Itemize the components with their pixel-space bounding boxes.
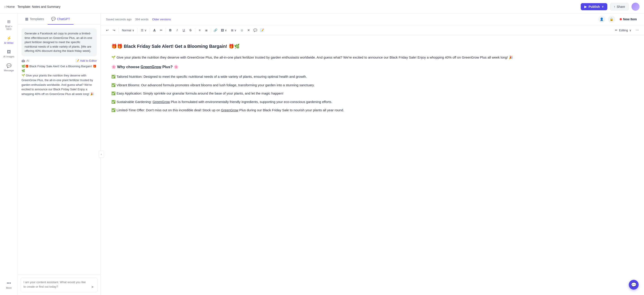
nav-item-ai-images[interactable]: 🖼 AI Images bbox=[1, 47, 16, 60]
ai-response-heading: 🌿🎁 Black Friday Sale Alert! Get a Bloomi… bbox=[22, 64, 97, 73]
toolbar-divider-3 bbox=[150, 28, 150, 32]
tab-chatgpt[interactable]: 💬 ChatGPT bbox=[48, 14, 74, 24]
content-item-3: ✅ Easy Application: Simply sprinkle our … bbox=[111, 90, 633, 96]
nav-item-brief-seo[interactable]: ⊞ Brief + SEO bbox=[1, 17, 16, 33]
content-item-2: ✅ Vibrant Blooms: Our advanced formula p… bbox=[111, 82, 633, 88]
chat-input-area: ➤ bbox=[18, 275, 100, 295]
ai-message: 🤖 AI 📝 Add to Editor 🌿🎁 Black Friday Sal… bbox=[22, 59, 97, 97]
strikethrough-button[interactable]: S bbox=[188, 27, 194, 33]
redo-button[interactable]: ↪ bbox=[111, 27, 117, 33]
support-chat-bubble[interactable]: 💬 bbox=[629, 280, 639, 290]
track-changes-button[interactable]: 📝 bbox=[259, 27, 265, 33]
image-dropdown[interactable]: 🖼 ∨ bbox=[219, 28, 229, 33]
nav-item-ai-writer[interactable]: ⚡ AI Writer bbox=[1, 33, 16, 46]
nav-item-more[interactable]: ••• More bbox=[1, 279, 16, 292]
home-label: Home bbox=[6, 5, 15, 8]
align-chevron-icon: ∨ bbox=[144, 29, 147, 32]
highlight-button[interactable]: ✏ bbox=[158, 27, 164, 33]
chat-area: Generate a Facebook ad copy to promote a… bbox=[18, 24, 100, 275]
content-section-heading: 🌸 Why choose GreenGrow Plus? 🌸 bbox=[111, 64, 633, 70]
nav-label-message: Message bbox=[4, 69, 14, 72]
toolbar-divider-2 bbox=[138, 28, 138, 32]
link-button[interactable]: 🔗 bbox=[212, 27, 219, 33]
person-add-icon: 👤 bbox=[600, 17, 604, 21]
ordered-list-button[interactable]: ≣ bbox=[203, 27, 210, 33]
chat-input[interactable] bbox=[24, 280, 88, 290]
bullet-list-icon: ≡ bbox=[199, 28, 200, 32]
add-collaborator-button[interactable]: 👤 bbox=[598, 16, 605, 23]
add-to-editor-icon: 📝 bbox=[76, 59, 79, 62]
text-style-dropdown[interactable]: Normal ∨ bbox=[120, 28, 136, 33]
editing-mode-dropdown[interactable]: ✏ Editing ∨ bbox=[613, 27, 634, 33]
pencil-icon: ✏ bbox=[615, 28, 618, 32]
emoji-icon: ☺ bbox=[240, 28, 244, 32]
avatar[interactable] bbox=[632, 3, 640, 11]
tab-templates[interactable]: ▦ Templates bbox=[22, 14, 48, 24]
ai-writer-icon: ⚡ bbox=[6, 36, 12, 41]
home-link[interactable]: ‹ Home bbox=[4, 5, 15, 8]
editor-content[interactable]: 🎁🎁 Black Friday Sale Alert! Get a Bloomi… bbox=[100, 35, 644, 295]
undo-button[interactable]: ↩ bbox=[104, 27, 110, 33]
toolbar-divider-5 bbox=[195, 28, 195, 32]
clear-format-button[interactable]: ✕ bbox=[246, 27, 252, 33]
more-options-icon: ⋯ bbox=[636, 28, 639, 32]
templates-icon: ▦ bbox=[25, 17, 28, 21]
more-options-button[interactable]: ⋯ bbox=[634, 27, 640, 33]
brief-seo-icon: ⊞ bbox=[7, 19, 10, 24]
publish-icon: ▶ bbox=[584, 5, 587, 8]
image-icon: 🖼 bbox=[221, 29, 224, 32]
underline-button[interactable]: U bbox=[181, 27, 187, 33]
support-icon: 💬 bbox=[631, 282, 636, 288]
toolbar-divider-4 bbox=[166, 28, 166, 32]
nav-label-ai-writer: AI Writer bbox=[4, 41, 14, 44]
ai-message-content: 🌿🎁 Black Friday Sale Alert! Get a Bloomi… bbox=[22, 64, 97, 97]
publish-button[interactable]: ▶ Publish ∨ bbox=[581, 3, 607, 10]
panel: ▦ Templates 💬 ChatGPT ‹ Generate a Faceb… bbox=[18, 13, 100, 295]
bold-button[interactable]: B bbox=[167, 27, 174, 33]
align-icon: ☰ bbox=[141, 29, 144, 32]
template-breadcrumb: Template: Notes and Summary bbox=[18, 5, 60, 8]
content-headline: 🎁🎁 Black Friday Sale Alert! Get a Bloomi… bbox=[111, 42, 633, 50]
publish-chevron-icon: ∨ bbox=[602, 5, 604, 8]
comment-button[interactable]: 💬 bbox=[252, 27, 258, 33]
text-color-button[interactable]: A bbox=[152, 27, 158, 33]
table-icon: ⊞ bbox=[231, 29, 234, 32]
lock-button[interactable]: 🔒 bbox=[608, 16, 615, 23]
main-layout: ⊞ Brief + SEO ⚡ AI Writer 🖼 AI Images 💬 … bbox=[0, 13, 644, 295]
highlight-icon: ✏ bbox=[160, 28, 162, 32]
toolbar-divider-6 bbox=[211, 28, 211, 32]
nav-item-message[interactable]: 💬 Message bbox=[1, 61, 16, 74]
link-icon: 🔗 bbox=[214, 28, 217, 32]
add-to-editor-button[interactable]: 📝 Add to Editor bbox=[76, 59, 97, 62]
italic-button[interactable]: I bbox=[174, 27, 180, 33]
content-item-4: ✅ Sustainable Gardening: GreenGrow Plus … bbox=[111, 99, 633, 105]
editor-area: Saved seconds ago 394 words Older versio… bbox=[100, 13, 644, 295]
new-item-button[interactable]: New Item bbox=[618, 16, 639, 22]
table-dropdown[interactable]: ⊞ ∨ bbox=[229, 28, 238, 33]
ai-response-body: 🌱 Give your plants the nutrition they de… bbox=[22, 73, 97, 97]
content-paragraph-1: 🌱 Give your plants the nutrition they de… bbox=[111, 54, 633, 60]
chatgpt-icon: 💬 bbox=[51, 17, 56, 21]
ai-images-icon: 🖼 bbox=[7, 50, 11, 54]
align-dropdown[interactable]: ☰ ∨ bbox=[139, 28, 148, 33]
nav-label-brief-seo: Brief + SEO bbox=[3, 25, 15, 30]
editor-meta-bar: Saved seconds ago 394 words Older versio… bbox=[100, 13, 644, 25]
chat-input-wrap: ➤ bbox=[20, 278, 98, 292]
new-item-label: New Item bbox=[623, 17, 637, 21]
text-color-icon: A bbox=[154, 28, 156, 32]
comment-icon: 💬 bbox=[253, 28, 257, 32]
saved-status: Saved seconds ago bbox=[106, 18, 132, 21]
panel-collapse-button[interactable]: ‹ bbox=[98, 151, 104, 158]
emoji-button[interactable]: ☺ bbox=[239, 27, 245, 33]
track-changes-icon: 📝 bbox=[260, 28, 264, 32]
send-icon: ➤ bbox=[91, 285, 94, 289]
chat-send-button[interactable]: ➤ bbox=[90, 284, 95, 290]
bullet-list-button[interactable]: ≡ bbox=[196, 27, 203, 33]
bold-icon: B bbox=[169, 28, 172, 32]
older-versions-link[interactable]: Older versions bbox=[152, 18, 171, 21]
share-button[interactable]: ↑ Share bbox=[610, 3, 629, 10]
more-icon: ••• bbox=[7, 281, 11, 286]
icon-nav: ⊞ Brief + SEO ⚡ AI Writer 🖼 AI Images 💬 … bbox=[0, 13, 18, 295]
editor-meta-right: 👤 🔒 New Item bbox=[598, 16, 639, 23]
user-message-text: Generate a Facebook ad copy to promote a… bbox=[24, 32, 92, 52]
